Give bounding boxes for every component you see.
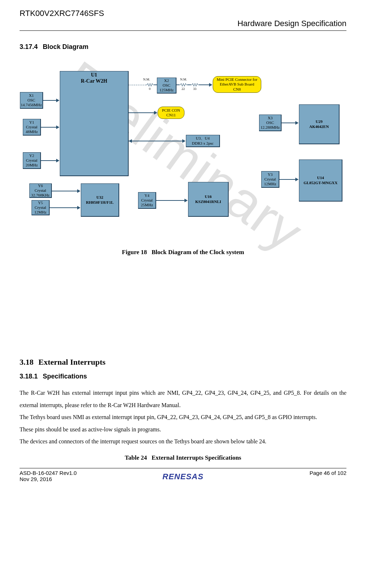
block-y4-l3: 25MHz <box>141 203 153 207</box>
block-mini-l3: CN8 <box>233 87 241 92</box>
block-y6-l3: 32.768KHz <box>31 193 50 198</box>
block-x3-l3: 12.288MHz <box>261 125 280 130</box>
block-x3: X3 OSC 12.288MHz <box>259 115 282 131</box>
block-x2-l1: X2 <box>164 78 169 83</box>
table-caption: Table 24 External Interrupts Specificati… <box>20 454 346 461</box>
block-y5-l2: Crystal <box>35 205 46 210</box>
footer-doc: ASD-B-16-0247 Rev1.0 <box>20 470 77 476</box>
block-y4-l2: Crystal <box>141 198 153 203</box>
section-spec-title: Specifications <box>43 373 87 380</box>
block-y3-l3: 12MHz <box>264 182 276 186</box>
block-u1-line2: R-Car W2H <box>81 78 107 84</box>
res-22: 22 <box>182 87 185 91</box>
block-y3: Y3 Crystal 12MHz <box>261 171 279 188</box>
body-p3: These pins should be used as active-low … <box>20 423 346 436</box>
footer-rule <box>20 468 346 468</box>
block-u32-l2: RH850F1H/F1L <box>86 200 113 205</box>
block-pcie-l1: PCIE CON <box>162 108 180 113</box>
body-text: The R-Car W2H has external interrupt inp… <box>20 387 346 448</box>
block-u1: U1 R-Car W2H <box>60 71 129 176</box>
footer-date: Nov 29, 2016 <box>20 476 77 482</box>
block-mini-l2: EtherAVB Sub Board <box>220 82 254 87</box>
table-text: External Interrupts Specifications <box>151 454 241 461</box>
block-x1: X1 OSC 14.7456MHz <box>20 92 43 109</box>
block-y3-l1: Y3 <box>268 172 273 177</box>
figure-caption: Figure 18 Block Diagram of the Clock sys… <box>20 249 346 256</box>
block-x1-l2: OSC <box>28 98 35 103</box>
block-y1-l1: Y1 <box>29 120 34 125</box>
block-u16: U16 KSZ8041RNLI <box>188 182 229 217</box>
body-p2: The Tethys board uses NMI as external in… <box>20 411 346 423</box>
block-u29-l1: U29 <box>316 119 323 124</box>
block-y2-l2: Crystal <box>26 158 38 163</box>
section-ei-num: 3.18 <box>20 357 34 367</box>
block-y5: Y5 Crystal 12MHz <box>32 200 50 215</box>
resistor-left <box>146 83 154 86</box>
nm-left: N.M. <box>143 78 150 81</box>
block-y4: Y4 Crystal 25MHz <box>138 192 156 209</box>
block-u32-l1: U32 <box>96 195 103 200</box>
nm-right: N.M. <box>180 78 187 81</box>
header-title: Hardware Design Specification <box>20 19 346 28</box>
block-u3u4-l2: DDR3 x 2psc <box>192 141 214 146</box>
table-label: Table 24 <box>125 454 147 461</box>
section-number: 3.17.4 <box>20 43 38 50</box>
block-y2: Y2 Crystal 20MHz <box>23 152 41 169</box>
block-x3-l2: OSC <box>266 120 274 125</box>
block-u16-l2: KSZ8041RNLI <box>195 199 221 204</box>
res-33: 33 <box>193 87 196 91</box>
figure-text: Block Diagram of the Clock system <box>151 249 244 256</box>
section-block-diagram: 3.17.4Block Diagram <box>20 43 346 51</box>
block-x3-l1: X3 <box>268 116 273 120</box>
block-u3u4: U3、U4 DDR3 x 2psc <box>186 135 220 147</box>
block-u1-line1: U1 <box>91 72 97 78</box>
block-mini-pcie: Mini PCIE Connector for EtherAVB Sub Boa… <box>213 76 261 93</box>
block-y2-l1: Y2 <box>29 153 34 158</box>
block-u29: U29 AK4642EN <box>299 104 340 144</box>
section-ei-title: External Interrupts <box>38 357 105 367</box>
block-pcie-l2: CN11 <box>166 113 176 117</box>
block-y1-l3: 48MHz <box>26 129 38 134</box>
block-pcie-con: PCIE CON CN11 <box>158 107 184 119</box>
block-mini-l1: Mini PCIE Connector for <box>217 77 257 82</box>
section-spec-num: 3.18.1 <box>20 373 38 380</box>
header-code: RTK00V2XRC7746SFS <box>20 9 346 18</box>
block-y1: Y1 Crystal 48MHz <box>23 119 41 136</box>
block-x2-l3: 125MHz <box>159 88 174 92</box>
footer-page: Page 46 of 102 <box>309 470 346 482</box>
block-u14: U14 GL852GT-MNGXX <box>299 160 342 202</box>
block-y1-l2: Crystal <box>26 125 38 129</box>
block-y6-l1: Y6 <box>38 183 43 188</box>
block-x1-l1: X1 <box>29 93 34 98</box>
section-specifications: 3.18.1Specifications <box>20 373 346 380</box>
block-u14-l2: GL852GT-MNGXX <box>304 181 338 185</box>
block-x2: X2 OSC 125MHz <box>157 78 176 94</box>
block-y4-l1: Y4 <box>145 193 149 198</box>
body-p4: The devices and connectors of the interr… <box>20 435 346 448</box>
block-u14-l1: U14 <box>317 175 324 180</box>
resistor-mid1 <box>179 83 187 86</box>
block-u16-l1: U16 <box>205 194 212 199</box>
block-u29-l2: AK4642EN <box>309 124 329 129</box>
block-y2-l3: 20MHz <box>26 163 38 167</box>
resistor-mid2 <box>191 83 199 86</box>
figure-label: Figure 18 <box>122 249 147 256</box>
body-p1: The R-Car W2H has external interrupt inp… <box>20 387 346 411</box>
block-x1-l3: 14.7456MHz <box>21 103 42 107</box>
block-x2-l2: OSC <box>163 83 170 88</box>
block-y6-l2: Crystal <box>35 188 46 193</box>
block-y5-l3: 12MHz <box>34 210 47 215</box>
figure-block-diagram: Preliminary U1 R-Car W2H X1 OSC 14.7456M… <box>20 64 346 241</box>
block-y3-l2: Crystal <box>265 177 276 182</box>
footer: ASD-B-16-0247 Rev1.0 Nov 29, 2016 Page 4… <box>20 468 346 481</box>
header-rule <box>20 30 346 31</box>
section-title: Block Diagram <box>43 43 88 50</box>
res-0: 0 <box>149 87 151 91</box>
block-y6: Y6 Crystal 32.768KHz <box>29 183 52 198</box>
section-external-interrupts: 3.18 External Interrupts <box>20 357 346 367</box>
block-y5-l1: Y5 <box>38 200 43 205</box>
block-u3u4-l1: U3、U4 <box>196 136 210 141</box>
block-u32: U32 RH850F1H/F1L <box>81 183 119 217</box>
